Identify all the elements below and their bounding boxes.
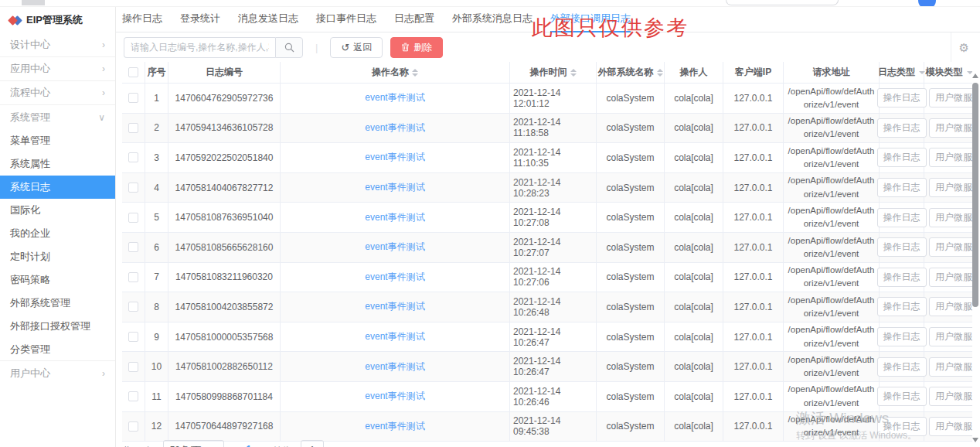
log-type-tag[interactable]: 操作日志 (877, 357, 927, 377)
scroll-down-icon[interactable] (972, 438, 978, 442)
module-type-tag[interactable]: 用户微服务 (929, 387, 972, 406)
operation-name-link[interactable]: event事件测试 (365, 91, 424, 104)
row-checkbox[interactable] (128, 362, 138, 372)
row-checkbox[interactable] (128, 332, 138, 342)
log-type-tag[interactable]: 操作日志 (877, 237, 927, 257)
module-type-tag[interactable]: 用户微服务 (929, 357, 972, 377)
row-checkbox[interactable] (128, 183, 138, 193)
sidebar-item[interactable]: 设计中心 › (0, 33, 115, 57)
prev-page-button[interactable]: ‹ (233, 440, 236, 447)
tab[interactable]: 接口事件日志 (316, 7, 376, 32)
sidebar-item[interactable]: 用户中心 › (0, 361, 115, 385)
cell-operator: cola[cola] (665, 263, 723, 292)
sidebar-item[interactable]: 我的企业 (0, 222, 115, 245)
log-type-tag[interactable]: 操作日志 (877, 178, 927, 197)
tab[interactable]: 操作日志 (122, 7, 162, 32)
module-type-tag[interactable]: 用户微服务 (929, 88, 972, 107)
log-type-tag[interactable]: 操作日志 (877, 118, 927, 138)
sidebar-item[interactable]: 外部系统管理 (0, 292, 115, 315)
row-checkbox[interactable] (128, 421, 138, 432)
cell-time: 2021-12-14 10:26:46 (510, 382, 597, 411)
scroll-up-icon[interactable] (972, 73, 978, 78)
sort-icon[interactable] (657, 69, 663, 77)
operation-name-link[interactable]: event事件测试 (365, 121, 424, 135)
sort-icon[interactable] (412, 69, 418, 77)
row-checkbox[interactable] (128, 213, 138, 223)
sidebar-item[interactable]: 密码策略 (0, 268, 115, 292)
col-log-type[interactable]: 日志类型 (880, 62, 924, 83)
row-checkbox[interactable] (128, 272, 138, 282)
sidebar-item[interactable]: 系统属性 (0, 152, 115, 176)
sidebar-item-label: 系统日志 (10, 180, 50, 194)
goto-page-input[interactable]: 1 (301, 440, 324, 447)
cell-request-url: /openApi/flow/defAuthorize/v1/event (787, 234, 876, 261)
cell-operator: cola[cola] (665, 203, 723, 232)
operation-name-link[interactable]: event事件测试 (365, 360, 424, 374)
operation-name-link[interactable]: event事件测试 (365, 300, 424, 313)
log-type-tag[interactable]: 操作日志 (877, 417, 927, 436)
operation-name-link[interactable]: event事件测试 (365, 390, 424, 403)
page-size-select[interactable]: 50条/页 (163, 440, 225, 447)
scrollbar-thumb[interactable] (972, 83, 978, 307)
row-checkbox[interactable] (128, 302, 138, 312)
log-type-tag[interactable]: 操作日志 (877, 327, 927, 346)
sidebar-item[interactable]: 菜单管理 (0, 129, 115, 152)
module-type-tag[interactable]: 用户微服务 (929, 208, 972, 227)
operation-name-link[interactable]: event事件测试 (365, 241, 424, 254)
sidebar-item[interactable]: 国际化 (0, 199, 115, 222)
module-type-tag[interactable]: 用户微服务 (929, 417, 972, 436)
tab[interactable]: 日志配置 (394, 7, 434, 32)
sidebar-item[interactable]: 流程中心 › (0, 81, 115, 105)
row-checkbox[interactable] (128, 123, 138, 133)
vertical-scrollbar[interactable] (971, 73, 979, 442)
operation-name-link[interactable]: event事件测试 (365, 271, 424, 284)
module-type-tag[interactable]: 用户微服务 (929, 268, 972, 287)
log-type-tag[interactable]: 操作日志 (877, 268, 927, 287)
module-type-tag[interactable]: 用户微服务 (929, 178, 972, 197)
log-type-tag[interactable]: 操作日志 (877, 387, 927, 406)
row-checkbox[interactable] (128, 93, 138, 103)
operation-name-link[interactable]: event事件测试 (365, 151, 424, 164)
log-type-tag[interactable]: 操作日志 (877, 148, 927, 167)
log-type-tag[interactable]: 操作日志 (877, 208, 927, 227)
log-type-tag[interactable]: 操作日志 (877, 297, 927, 316)
cell-log-id: 1470604762905972736 (168, 84, 281, 113)
search-icon (284, 43, 294, 53)
col-operation-name[interactable]: 操作名称 (281, 62, 510, 83)
operation-name-link[interactable]: event事件测试 (365, 181, 424, 194)
row-checkbox[interactable] (128, 152, 138, 162)
delete-button[interactable]: 删除 (390, 37, 443, 58)
tab[interactable]: 外部接口调用日志 (550, 7, 631, 32)
tab[interactable]: 外部系统消息日志 (452, 7, 533, 32)
sidebar-item[interactable]: 系统日志 (0, 176, 115, 199)
tab[interactable]: 登录统计 (180, 7, 220, 32)
module-type-tag[interactable]: 用户微服务 (929, 297, 972, 316)
log-type-tag[interactable]: 操作日志 (877, 88, 927, 107)
gear-icon[interactable]: ⚙ (959, 42, 969, 53)
sidebar-item[interactable]: 外部接口授权管理 (0, 315, 115, 338)
row-checkbox[interactable] (128, 391, 138, 401)
sidebar-item[interactable]: 分类管理 (0, 338, 115, 361)
search-input[interactable] (124, 37, 275, 58)
sort-icon[interactable] (570, 69, 577, 77)
search-button[interactable] (275, 37, 303, 58)
current-page[interactable]: 1 (246, 440, 251, 447)
select-all-checkbox[interactable] (128, 67, 138, 77)
operation-name-link[interactable]: event事件测试 (365, 330, 424, 343)
sidebar-item[interactable]: 定时计划 (0, 245, 115, 268)
back-button[interactable]: ↺ 返回 (330, 37, 383, 58)
operation-name-link[interactable]: event事件测试 (365, 420, 424, 433)
col-external-system[interactable]: 外部系统名称 (597, 62, 665, 83)
next-page-button[interactable]: › (260, 440, 264, 447)
col-module-type[interactable]: 模块类型 (924, 62, 972, 83)
module-type-tag[interactable]: 用户微服务 (929, 327, 972, 346)
module-type-tag[interactable]: 用户微服务 (929, 237, 972, 257)
col-operation-time[interactable]: 操作时间 (510, 62, 597, 83)
tab[interactable]: 消息发送日志 (238, 7, 298, 32)
module-type-tag[interactable]: 用户微服务 (929, 118, 972, 138)
operation-name-link[interactable]: event事件测试 (365, 211, 424, 224)
module-type-tag[interactable]: 用户微服务 (929, 148, 972, 167)
sidebar-item[interactable]: 应用中心 › (0, 57, 115, 81)
row-checkbox[interactable] (128, 242, 138, 252)
sidebar-item[interactable]: 系统管理 ∨ (0, 105, 115, 129)
